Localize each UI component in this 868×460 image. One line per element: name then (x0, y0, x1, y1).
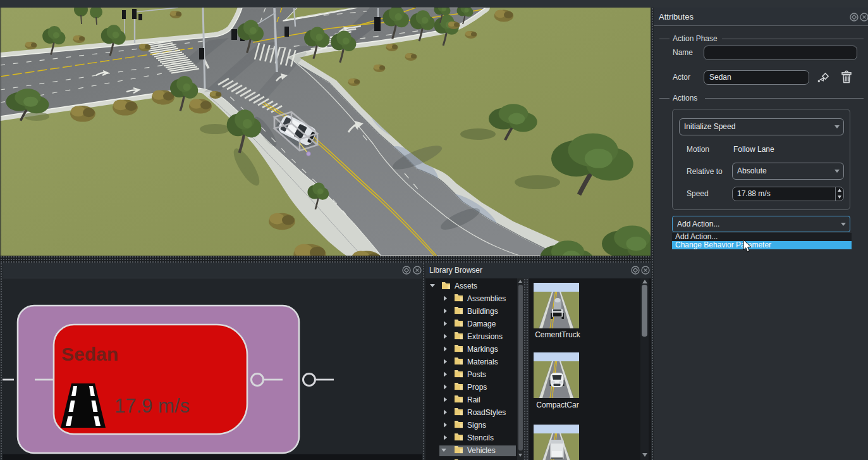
svg-text:Sedan: Sedan (61, 344, 118, 364)
svg-text:Signs: Signs (467, 421, 486, 430)
svg-text:Markings: Markings (467, 345, 498, 354)
svg-text:17.9 m/s: 17.9 m/s (114, 395, 190, 417)
svg-text:Assemblies: Assemblies (467, 294, 506, 303)
svg-text:Buildings: Buildings (467, 307, 498, 316)
svg-text:Stencils: Stencils (467, 433, 494, 442)
svg-text:Assets: Assets (455, 282, 477, 290)
svg-text:Damage: Damage (467, 320, 496, 328)
svg-text:Posts: Posts (467, 370, 486, 379)
svg-text:Props: Props (467, 383, 487, 392)
svg-text:Rail: Rail (467, 395, 480, 404)
svg-text:Extrusions: Extrusions (467, 332, 503, 341)
svg-text:RoadStyles: RoadStyles (467, 408, 506, 417)
svg-text:Vehicles: Vehicles (467, 446, 496, 455)
svg-text:Materials: Materials (467, 357, 498, 366)
